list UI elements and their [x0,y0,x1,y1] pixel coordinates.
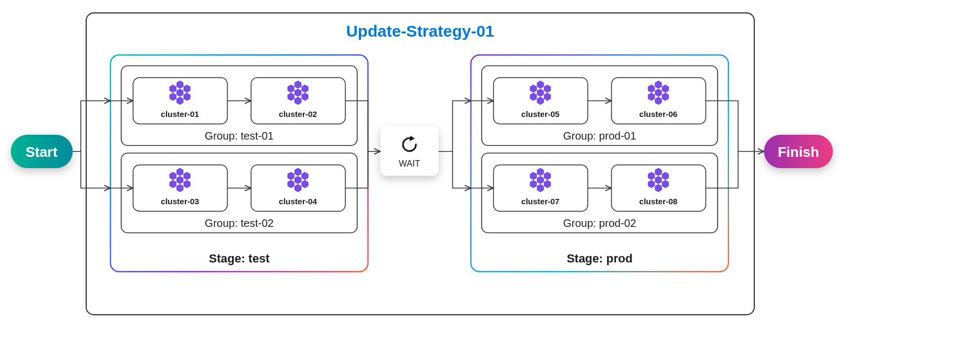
cluster-06-label: cluster-06 [640,109,678,119]
group-prod-02-label: Group: prod-02 [563,217,636,229]
cluster-04-label: cluster-04 [279,197,318,206]
cluster-icon [648,168,669,192]
cluster-08-label: cluster-08 [640,197,678,206]
wait-node: WAIT [380,126,439,176]
cluster-05: cluster-05 [494,78,588,124]
cluster-01: cluster-01 [133,78,227,124]
cluster-icon [170,81,190,105]
cluster-icon [170,168,190,192]
cluster-icon [648,81,669,105]
finish-pill: Finish [764,135,833,168]
cluster-02: cluster-02 [251,78,345,124]
cluster-03: cluster-03 [133,165,227,211]
cluster-icon [288,168,308,192]
stage-test-label: Stage: test [209,252,270,265]
update-strategy-diagram: Update-Strategy-01 Start Finish Stage: t… [0,0,980,346]
cluster-01-label: cluster-01 [161,109,199,119]
group-prod-01-label: Group: prod-01 [563,130,636,142]
stage-prod-frame [471,55,728,272]
cluster-05-label: cluster-05 [522,109,560,119]
stage-prod-label: Stage: prod [567,252,633,265]
cluster-icon [530,81,551,105]
finish-label: Finish [778,144,819,160]
cluster-08: cluster-08 [611,165,706,211]
start-pill: Start [11,135,73,168]
cluster-07-label: cluster-07 [522,197,560,206]
cluster-02-label: cluster-02 [279,109,317,119]
stage-test-frame [110,55,368,272]
cluster-07: cluster-07 [494,165,588,211]
start-label: Start [25,144,58,160]
cluster-icon [530,168,551,192]
cluster-icon [288,81,308,105]
cluster-04: cluster-04 [251,165,345,211]
cluster-03-label: cluster-03 [161,197,199,206]
group-test-01-label: Group: test-01 [205,130,274,142]
group-test-02-label: Group: test-02 [205,217,274,229]
cluster-06: cluster-06 [611,78,706,124]
strategy-title: Update-Strategy-01 [346,22,494,40]
wait-label: WAIT [399,159,420,168]
